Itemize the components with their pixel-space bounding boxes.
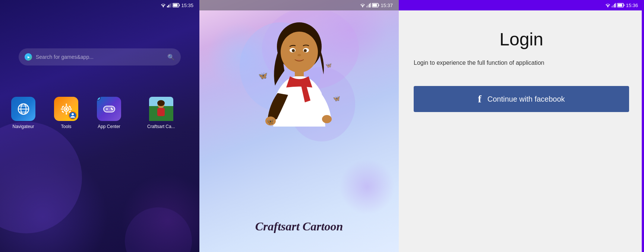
app-icon-craftsart (149, 97, 173, 121)
svg-rect-24 (104, 106, 115, 112)
globe-svg (17, 102, 30, 116)
app-icon-appcenter (97, 97, 121, 121)
status-icons-home: 15:35 (161, 3, 193, 8)
app-icon-navigateur (11, 97, 35, 121)
svg-point-54 (304, 49, 307, 52)
status-time-home: 15:35 (181, 3, 193, 8)
app-item-appcenter[interactable]: App Center (97, 97, 121, 129)
app-item-navigateur[interactable]: Navigateur (11, 97, 35, 129)
splash-title-container: Craftsart Cartoon (199, 220, 399, 233)
app-label-craftsart: Craftsart Ca... (147, 124, 175, 129)
right-edge-bar (642, 0, 644, 252)
status-icons-splash: 15:37 (360, 3, 393, 8)
facebook-f-icon: f (478, 93, 481, 105)
status-time-login: 15:36 (626, 3, 638, 8)
notification-dot (97, 97, 101, 101)
search-placeholder: Search for games&app... (36, 54, 164, 60)
svg-rect-66 (624, 4, 625, 6)
wifi-icon-login (605, 3, 610, 7)
app-icon-tools (54, 97, 78, 121)
svg-rect-41 (379, 4, 379, 6)
splash-title: Craftsart Cartoon (255, 220, 343, 233)
splash-screen: 15:37 🦋 🦋 🦋 (199, 0, 399, 252)
login-screen: 15:36 Login Login to experience the full… (399, 0, 644, 252)
status-bar-home: 15:35 (0, 0, 199, 10)
home-screen: 15:35 Search for games&app... 🔍 Navigate… (0, 0, 199, 252)
app-label-appcenter: App Center (98, 124, 120, 129)
wifi-icon-splash (360, 3, 365, 7)
svg-point-60 (607, 6, 608, 7)
svg-text:🦋: 🦋 (325, 62, 332, 68)
svg-text:🦋: 🦋 (266, 118, 274, 125)
login-subtitle: Login to experience the full function of… (414, 58, 629, 67)
svg-rect-16 (66, 112, 67, 115)
svg-rect-15 (66, 103, 67, 106)
status-bar-login: 15:36 (399, 0, 644, 10)
login-title: Login (414, 29, 629, 50)
svg-rect-7 (173, 4, 178, 7)
battery-icon (173, 3, 180, 7)
svg-point-23 (72, 113, 74, 115)
status-icons-login: 15:36 (605, 3, 638, 8)
facebook-button-label: Continue with facebook (487, 95, 565, 103)
watercolor-blob-3 (339, 159, 395, 215)
svg-rect-33 (157, 108, 165, 116)
svg-point-14 (65, 108, 67, 110)
battery-icon-login (617, 3, 625, 7)
svg-rect-61 (612, 6, 613, 7)
status-bar-splash: 15:37 (199, 0, 399, 10)
svg-rect-62 (613, 5, 614, 7)
splash-illustration: 🦋 🦋 🦋 (236, 7, 363, 164)
app-item-craftsart[interactable]: Craftsart Ca... (147, 97, 175, 129)
svg-rect-1 (167, 6, 168, 7)
search-bar[interactable]: Search for games&app... 🔍 (19, 48, 181, 66)
svg-rect-17 (61, 108, 63, 109)
svg-rect-2 (168, 5, 170, 7)
deco-circle-1 (0, 122, 82, 233)
svg-rect-20 (68, 105, 71, 108)
svg-point-34 (157, 100, 165, 106)
svg-point-28 (111, 109, 113, 110)
signal-icon (167, 3, 171, 7)
svg-rect-18 (69, 108, 72, 109)
signal-icon-login (612, 3, 616, 7)
svg-point-55 (297, 54, 301, 56)
search-icon: 🔍 (167, 54, 175, 61)
svg-point-58 (322, 115, 332, 123)
app-item-tools[interactable]: Tools (54, 97, 78, 129)
svg-rect-3 (170, 4, 171, 7)
svg-rect-19 (61, 105, 64, 108)
login-content: Login Login to experience the full funct… (399, 10, 644, 252)
battery-icon-splash (372, 3, 379, 7)
app-label-navigateur: Navigateur (12, 124, 34, 129)
appcenter-svg (102, 102, 116, 116)
person-svg (70, 113, 75, 118)
svg-rect-36 (366, 6, 367, 7)
svg-rect-38 (369, 4, 370, 7)
signal-icon-splash (366, 3, 371, 7)
app-grid: Navigateur (11, 97, 175, 129)
svg-text:🦋: 🦋 (258, 71, 268, 80)
svg-rect-21 (61, 110, 64, 113)
character-svg: 🦋 🦋 🦋 (236, 11, 363, 160)
svg-rect-4 (171, 3, 172, 7)
svg-point-35 (362, 6, 363, 7)
svg-point-0 (163, 6, 164, 7)
app-label-tools: Tools (61, 124, 71, 129)
svg-rect-63 (614, 4, 615, 7)
svg-text:🦋: 🦋 (333, 95, 340, 102)
svg-point-52 (292, 49, 295, 52)
svg-rect-39 (370, 3, 371, 7)
svg-rect-67 (618, 4, 622, 7)
svg-rect-37 (368, 5, 369, 7)
craftsart-svg (149, 97, 173, 121)
svg-point-50 (281, 32, 318, 73)
wifi-icon (161, 3, 166, 7)
svg-rect-6 (179, 4, 180, 6)
facebook-login-button[interactable]: f Continue with facebook (414, 86, 629, 112)
svg-rect-42 (373, 4, 377, 7)
play-store-icon (25, 53, 32, 61)
deco-circle-2 (125, 207, 192, 252)
status-time-splash: 15:37 (381, 3, 393, 8)
svg-rect-64 (616, 3, 616, 7)
